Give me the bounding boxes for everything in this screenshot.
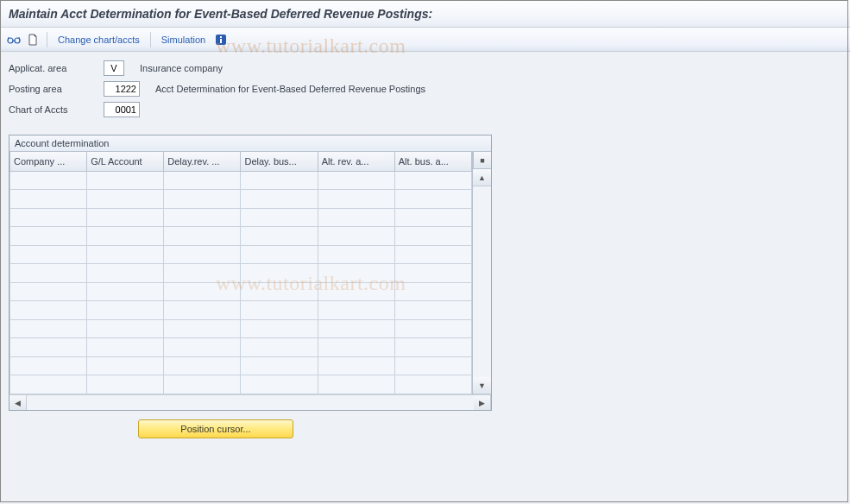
table-cell[interactable] bbox=[241, 356, 318, 375]
table-cell[interactable] bbox=[241, 245, 318, 264]
horizontal-scrollbar[interactable]: ◀ ▶ bbox=[9, 394, 491, 410]
table-cell[interactable] bbox=[318, 375, 394, 394]
table-row[interactable] bbox=[10, 171, 472, 190]
table-cell[interactable] bbox=[164, 375, 241, 394]
table-cell[interactable] bbox=[394, 245, 471, 264]
table-cell[interactable] bbox=[164, 171, 241, 190]
scroll-track[interactable] bbox=[27, 395, 474, 410]
applicat-area-input[interactable] bbox=[104, 60, 124, 76]
col-header[interactable]: Delay. bus... bbox=[241, 152, 318, 171]
table-cell[interactable] bbox=[10, 245, 87, 264]
table-cell[interactable] bbox=[164, 190, 241, 209]
table-cell[interactable] bbox=[87, 338, 164, 357]
table-cell[interactable] bbox=[87, 301, 164, 320]
table-cell[interactable] bbox=[164, 338, 241, 357]
table-cell[interactable] bbox=[241, 171, 318, 190]
table-cell[interactable] bbox=[164, 245, 241, 264]
table-cell[interactable] bbox=[318, 338, 394, 357]
table-cell[interactable] bbox=[241, 208, 318, 227]
table-cell[interactable] bbox=[87, 375, 164, 394]
col-header[interactable]: Company ... bbox=[10, 152, 87, 171]
col-header[interactable]: Alt. rev. a... bbox=[318, 152, 394, 171]
table-cell[interactable] bbox=[87, 245, 164, 264]
table-cell[interactable] bbox=[10, 227, 87, 246]
scroll-left-icon[interactable]: ◀ bbox=[9, 395, 27, 410]
table-cell[interactable] bbox=[87, 319, 164, 338]
table-cell[interactable] bbox=[394, 338, 471, 357]
scroll-right-icon[interactable]: ▶ bbox=[474, 395, 491, 410]
info-icon[interactable] bbox=[212, 31, 230, 48]
table-cell[interactable] bbox=[394, 319, 471, 338]
change-chart-link[interactable]: Change chart/accts bbox=[58, 35, 140, 45]
col-header[interactable]: G/L Account bbox=[87, 152, 164, 171]
table-cell[interactable] bbox=[10, 356, 87, 375]
table-cell[interactable] bbox=[241, 227, 318, 246]
col-header[interactable]: Alt. bus. a... bbox=[394, 152, 471, 171]
table-cell[interactable] bbox=[10, 208, 87, 227]
table-cell[interactable] bbox=[318, 245, 394, 264]
table-cell[interactable] bbox=[394, 356, 471, 375]
table-cell[interactable] bbox=[241, 375, 318, 394]
position-cursor-button[interactable]: Position cursor... bbox=[138, 419, 293, 438]
table-cell[interactable] bbox=[87, 190, 164, 209]
table-cell[interactable] bbox=[241, 264, 318, 283]
table-cell[interactable] bbox=[10, 282, 87, 301]
table-row[interactable] bbox=[10, 338, 472, 357]
table-cell[interactable] bbox=[87, 264, 164, 283]
table-cell[interactable] bbox=[164, 208, 241, 227]
table-cell[interactable] bbox=[318, 301, 394, 320]
table-row[interactable] bbox=[10, 282, 472, 301]
simulation-link[interactable]: Simulation bbox=[161, 35, 205, 45]
scroll-corner[interactable]: ■ bbox=[473, 152, 491, 169]
table-row[interactable] bbox=[10, 301, 472, 320]
vertical-scrollbar[interactable]: ■ ▲ ▼ bbox=[472, 152, 491, 394]
table-cell[interactable] bbox=[241, 190, 318, 209]
table-cell[interactable] bbox=[10, 301, 87, 320]
table-cell[interactable] bbox=[394, 301, 471, 320]
table-cell[interactable] bbox=[87, 227, 164, 246]
table-cell[interactable] bbox=[10, 375, 87, 394]
table-cell[interactable] bbox=[318, 208, 394, 227]
table-cell[interactable] bbox=[10, 171, 87, 190]
table-cell[interactable] bbox=[10, 319, 87, 338]
glasses-icon[interactable] bbox=[5, 31, 22, 48]
table-cell[interactable] bbox=[318, 282, 394, 301]
table-cell[interactable] bbox=[394, 190, 471, 209]
table-cell[interactable] bbox=[318, 227, 394, 246]
table-cell[interactable] bbox=[164, 356, 241, 375]
new-page-icon[interactable] bbox=[24, 31, 41, 48]
table-row[interactable] bbox=[10, 264, 472, 283]
scroll-track[interactable] bbox=[473, 186, 491, 377]
col-header[interactable]: Delay.rev. ... bbox=[164, 152, 241, 171]
table-row[interactable] bbox=[10, 208, 472, 227]
table-cell[interactable] bbox=[10, 264, 87, 283]
scroll-up-icon[interactable]: ▲ bbox=[473, 169, 491, 186]
table-cell[interactable] bbox=[394, 282, 471, 301]
table-cell[interactable] bbox=[318, 171, 394, 190]
chart-of-accts-input[interactable] bbox=[104, 102, 140, 117]
table-cell[interactable] bbox=[394, 375, 471, 394]
table-cell[interactable] bbox=[164, 301, 241, 320]
table-cell[interactable] bbox=[164, 319, 241, 338]
table-cell[interactable] bbox=[87, 171, 164, 190]
table-cell[interactable] bbox=[87, 208, 164, 227]
table-row[interactable] bbox=[10, 245, 472, 264]
table-cell[interactable] bbox=[318, 264, 394, 283]
table-cell[interactable] bbox=[241, 282, 318, 301]
table-cell[interactable] bbox=[164, 264, 241, 283]
table-cell[interactable] bbox=[318, 319, 394, 338]
table-row[interactable] bbox=[10, 190, 472, 209]
table-cell[interactable] bbox=[241, 301, 318, 320]
table-cell[interactable] bbox=[318, 356, 394, 375]
table-cell[interactable] bbox=[10, 190, 87, 209]
table-cell[interactable] bbox=[394, 227, 471, 246]
table-row[interactable] bbox=[10, 375, 472, 394]
table-cell[interactable] bbox=[87, 282, 164, 301]
table-cell[interactable] bbox=[318, 190, 394, 209]
table-cell[interactable] bbox=[241, 338, 318, 357]
posting-area-input[interactable] bbox=[104, 81, 140, 97]
table-row[interactable] bbox=[10, 319, 472, 338]
table-cell[interactable] bbox=[164, 227, 241, 246]
table-cell[interactable] bbox=[394, 171, 471, 190]
table-cell[interactable] bbox=[164, 282, 241, 301]
